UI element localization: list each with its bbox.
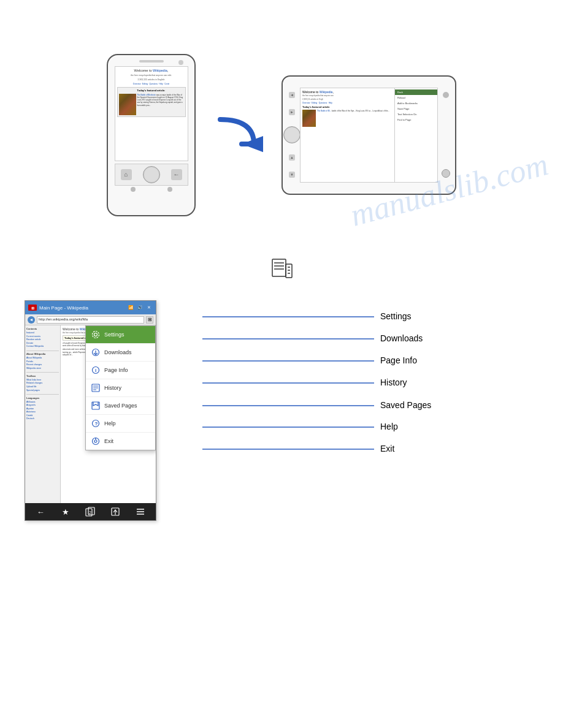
ls-menu-text[interactable]: Text Selection On bbox=[395, 112, 437, 117]
toolbar-favorites-btn[interactable]: ★ bbox=[59, 505, 72, 518]
dropdown-menu: Settings Downloads i Page Inf bbox=[85, 325, 156, 450]
dd-item-help[interactable]: ? Help bbox=[86, 415, 155, 433]
dd-item-exit[interactable]: Exit bbox=[86, 433, 155, 450]
dd-settings-label: Settings bbox=[104, 332, 124, 338]
label-page-info: Page Info bbox=[380, 355, 417, 365]
ls-menu-save[interactable]: Save Page bbox=[395, 106, 437, 112]
side-btn-bottom-left[interactable]: ▲ bbox=[289, 154, 295, 161]
downloads-icon bbox=[91, 347, 101, 357]
ls-featured-img bbox=[302, 110, 316, 127]
svg-text:i: i bbox=[95, 368, 96, 373]
sidebar-divider-2 bbox=[26, 372, 59, 373]
dd-savedpages-label: Saved Pages bbox=[104, 403, 137, 409]
ls-featured-content: The Battle of Bl... battle of the War of… bbox=[302, 110, 393, 127]
joystick-landscape[interactable] bbox=[283, 126, 301, 143]
sidebar-title-toolbox: Toolbox bbox=[26, 374, 59, 377]
sidebar-title-languages: Languages bbox=[26, 396, 59, 400]
sidebar-link-about[interactable]: About Wikipedia bbox=[26, 357, 59, 360]
phone-portrait: Welcome to Wikipedia, the free encyclope… bbox=[107, 54, 196, 216]
sidebar-link-store[interactable]: Wikipedia store bbox=[26, 367, 59, 370]
side-btn-top-left[interactable]: ◄ bbox=[289, 92, 295, 98]
nav-back-btn[interactable]: ← bbox=[171, 169, 182, 180]
pageinfo-icon: i bbox=[91, 365, 101, 375]
featured-box-p1: Today's featured article: The Battle of … bbox=[117, 87, 186, 117]
sidebar-link-recent[interactable]: Recent changes bbox=[26, 363, 59, 366]
ls-menu-bookmarks[interactable]: Add to Bookmarks bbox=[395, 100, 437, 106]
sidebar-link-featured[interactable]: featured bbox=[26, 332, 59, 335]
sidebar-link-aragones[interactable]: Aragonés bbox=[26, 404, 59, 407]
ls-context-menu: Back Reload Add to Bookmarks Save Page T… bbox=[394, 88, 437, 182]
ls-screen-content: Welcome to Wikipedia, the free encyclope… bbox=[301, 88, 437, 182]
right-dot-top bbox=[443, 92, 449, 98]
side-btn-top-right[interactable]: ► bbox=[289, 109, 295, 115]
nav-home-btn[interactable]: ⌂ bbox=[121, 169, 132, 180]
go-button[interactable]: ⊞ bbox=[146, 316, 153, 324]
left-side-controls: ◄ ► ▲ ▼ bbox=[288, 92, 296, 178]
label-exit: Exit bbox=[380, 444, 394, 453]
sidebar-link-whatlinks[interactable]: What links here bbox=[26, 379, 59, 382]
dd-item-downloads[interactable]: Downloads bbox=[86, 344, 155, 362]
phone-screen-portrait: Welcome to Wikipedia, the free encyclope… bbox=[115, 66, 188, 161]
settings-icon bbox=[91, 330, 101, 339]
help-icon: ? bbox=[91, 419, 101, 428]
exit-icon bbox=[91, 436, 101, 446]
ls-wiki-sub: the free encyclopedia that anyone can bbox=[302, 94, 393, 97]
sidebar-divider-3 bbox=[26, 394, 59, 395]
toolbar-upload-btn[interactable] bbox=[109, 505, 122, 518]
ls-wiki-title: Welcome to Wikipedia, bbox=[302, 90, 393, 94]
sidebar-link-random[interactable]: Random article bbox=[26, 338, 59, 341]
svg-point-23 bbox=[94, 440, 97, 442]
bottom-dot-left bbox=[131, 187, 136, 192]
sidebar-link-special[interactable]: Special pages bbox=[26, 389, 59, 392]
phone-navbar-portrait: ⌂ ← bbox=[115, 164, 188, 186]
toolbar-pages-btn[interactable]: 2 bbox=[83, 505, 97, 518]
dd-item-savedpages[interactable]: Saved Pages bbox=[86, 397, 155, 415]
wiki-nav-p1: Overview · Editing · Questions · Help · … bbox=[117, 83, 186, 85]
sidebar-section-toolbox: Toolbox What links here Related changes … bbox=[26, 374, 59, 392]
toolbar-back-btn[interactable]: ← bbox=[34, 505, 47, 518]
dd-pageinfo-label: Page Info bbox=[104, 367, 128, 373]
side-btn-bottom-right[interactable]: ▼ bbox=[289, 172, 295, 178]
dd-item-history[interactable]: History bbox=[86, 379, 155, 397]
label-help: Help bbox=[380, 422, 398, 431]
phone-camera bbox=[178, 60, 183, 65]
sidebar-section-languages: Languages Afrikaans Aragonés Arpetan Ast… bbox=[26, 396, 59, 420]
ls-menu-find[interactable]: Find in Page bbox=[395, 117, 437, 123]
wiki-content-portrait: Welcome to Wikipedia, the free encyclope… bbox=[115, 67, 188, 119]
ls-menu-reload[interactable]: Reload bbox=[395, 95, 437, 100]
back-arrow-icon[interactable]: ◄ bbox=[28, 316, 35, 324]
sidebar-link-portals[interactable]: Portals bbox=[26, 360, 59, 363]
sidebar-link-asturianu[interactable]: Asturianu bbox=[26, 411, 59, 414]
sidebar-link-current[interactable]: Current events bbox=[26, 335, 59, 338]
dd-item-settings[interactable]: Settings bbox=[86, 326, 155, 344]
phone-screen-landscape: Welcome to Wikipedia, the free encyclope… bbox=[300, 88, 438, 183]
toolbar-menu-btn[interactable] bbox=[134, 505, 147, 518]
wiki-count-p1: 2,962,155 articles in English bbox=[117, 78, 186, 82]
sidebar-link-catala[interactable]: Català bbox=[26, 414, 59, 417]
sidebar-link-contact[interactable]: Contact Wikipedia bbox=[26, 345, 59, 348]
sidebar-link-upload[interactable]: Upload file bbox=[26, 385, 59, 389]
right-circle-btn[interactable] bbox=[442, 169, 450, 178]
history-icon bbox=[91, 383, 101, 393]
ls-menu-back[interactable]: Back bbox=[395, 89, 437, 95]
label-downloads: Downloads bbox=[380, 333, 423, 343]
label-history: History bbox=[380, 377, 407, 387]
featured-title-p1: Today's featured article: bbox=[119, 89, 184, 93]
sidebar-link-deutsch[interactable]: Deutsch bbox=[26, 417, 59, 420]
wiki-sub-p1: the free encyclopedia that anyone can ed… bbox=[117, 74, 186, 77]
sidebar-link-related[interactable]: Related changes bbox=[26, 382, 59, 385]
dd-help-label: Help bbox=[104, 420, 116, 427]
sidebar-title-contents: Contents bbox=[26, 327, 59, 330]
dd-item-pageinfo[interactable]: i Page Info bbox=[86, 362, 155, 379]
sidebar-link-donate[interactable]: Donate bbox=[26, 342, 59, 345]
joystick-portrait[interactable] bbox=[143, 166, 160, 183]
phone-bottom-row bbox=[115, 187, 188, 192]
address-field[interactable]: http://en.wikipedia.org/wiki/Ma bbox=[37, 316, 144, 324]
svg-text:?: ? bbox=[95, 421, 98, 427]
svg-point-9 bbox=[94, 333, 98, 336]
sidebar-link-afrikaans[interactable]: Afrikaans bbox=[26, 401, 59, 404]
phone-speaker bbox=[139, 60, 164, 63]
close-icon[interactable]: ✕ bbox=[145, 304, 153, 311]
sidebar-link-arpetan[interactable]: Arpetan bbox=[26, 408, 59, 411]
dd-exit-label: Exit bbox=[104, 438, 113, 444]
